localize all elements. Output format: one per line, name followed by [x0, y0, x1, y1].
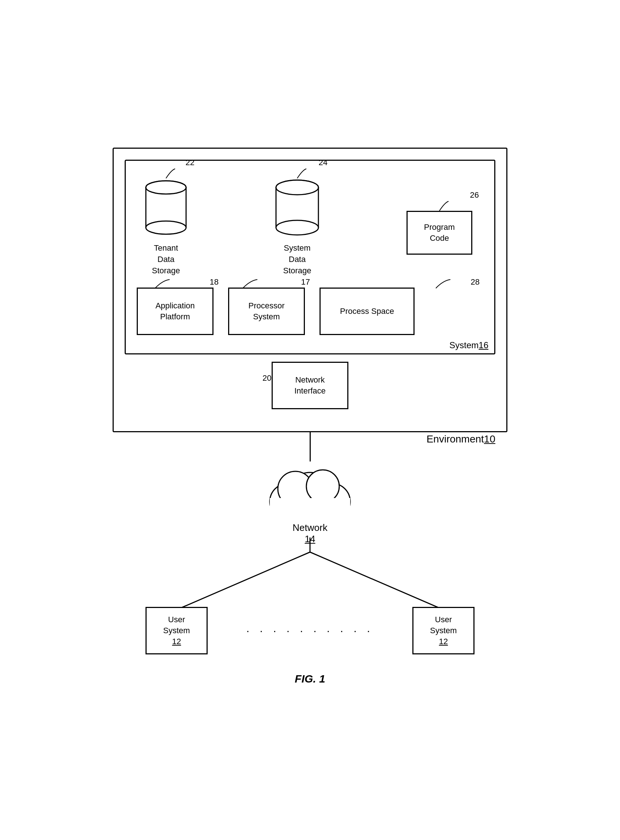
cloud-shape — [259, 462, 361, 520]
system-storage-callout-line — [286, 168, 308, 179]
page: 22 TenantDataStorage — [91, 133, 529, 706]
system-label-text: System16 — [449, 340, 488, 350]
system-storage-wrapper: 24 SystemDataStorage — [274, 168, 321, 276]
fig-label: FIG. 1 — [113, 673, 507, 685]
app-platform-wrapper: 18 ApplicationPlatform — [137, 288, 214, 335]
tenant-label: TenantDataStorage — [152, 243, 180, 276]
system-box: 22 TenantDataStorage — [125, 160, 495, 354]
svg-point-11 — [276, 180, 318, 195]
process-space-callout-line — [436, 279, 454, 289]
cloud-section: Network14 — [259, 462, 361, 545]
fan-lines-section — [113, 537, 507, 610]
environment-label: Environment10 — [427, 434, 495, 445]
network-interface-box: NetworkInterface — [272, 362, 348, 409]
system-storage-cylinder — [274, 178, 321, 240]
app-platform-box: ApplicationPlatform — [137, 288, 214, 335]
svg-point-4 — [146, 221, 186, 234]
user-system-right-label: UserSystem12 — [423, 609, 463, 652]
tenant-callout-line — [155, 168, 177, 179]
environment-box: 22 TenantDataStorage — [113, 148, 507, 432]
program-code-callout-line — [429, 201, 450, 212]
program-code-ref: 26 — [470, 190, 479, 200]
tenant-storage-wrapper: 22 TenantDataStorage — [144, 168, 188, 276]
svg-rect-17 — [270, 498, 350, 520]
user-system-right-box: UserSystem12 — [412, 607, 474, 654]
program-code-wrapper: 26 ProgramCode — [406, 201, 472, 277]
process-space-ref: 28 — [471, 278, 480, 287]
process-space-box: Process Space — [319, 288, 415, 335]
processor-system-wrapper: 17 ProcessorSystem — [228, 288, 305, 335]
program-code-box: ProgramCode — [406, 211, 472, 255]
svg-point-5 — [146, 181, 186, 194]
processor-label: ProcessorSystem — [242, 295, 291, 327]
app-platform-label: ApplicationPlatform — [149, 295, 202, 327]
tenant-cylinder — [144, 178, 188, 240]
svg-line-20 — [175, 552, 310, 610]
processor-box: ProcessorSystem — [228, 288, 305, 335]
dots: · · · · · · · · · · — [247, 624, 373, 637]
user-system-left-box: UserSystem12 — [146, 607, 208, 654]
svg-point-10 — [276, 220, 318, 235]
user-system-left-wrapper: UserSystem12 — [146, 607, 208, 654]
user-system-right-wrapper: UserSystem12 — [412, 607, 474, 654]
network-interface-section: 20 NetworkInterface — [125, 362, 495, 417]
vertical-connector — [310, 432, 311, 462]
system-storage-label: SystemDataStorage — [283, 243, 311, 276]
process-space-label: Process Space — [333, 301, 401, 322]
ni-ref-num: 20 — [262, 374, 271, 383]
mid-section: 18 ApplicationPlatform 17 Processor — [133, 288, 487, 335]
svg-point-16 — [306, 470, 339, 503]
network-interface-label: NetworkInterface — [288, 369, 332, 401]
system-storage-ref: 24 — [319, 158, 328, 167]
program-code-label: ProgramCode — [417, 217, 461, 249]
tenant-ref: 22 — [186, 158, 194, 167]
user-system-left-label: UserSystem12 — [157, 609, 196, 652]
processor-ref: 17 — [301, 278, 310, 287]
app-platform-ref: 18 — [210, 278, 218, 287]
svg-line-21 — [310, 552, 445, 610]
fan-lines-svg — [146, 537, 474, 610]
user-systems-row: UserSystem12 · · · · · · · · · · UserSys… — [146, 607, 474, 654]
process-space-wrapper: 28 Process Space — [319, 288, 483, 335]
